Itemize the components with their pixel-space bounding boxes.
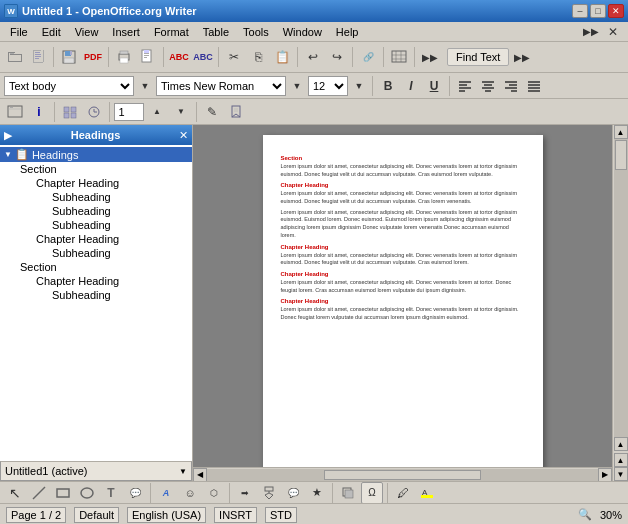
menu-tools[interactable]: Tools	[237, 24, 275, 40]
scroll-down-button[interactable]: ▼	[170, 101, 192, 123]
redo-button[interactable]: ↪	[326, 46, 348, 68]
page-number-input[interactable]	[114, 103, 144, 121]
maximize-button[interactable]: □	[590, 4, 606, 18]
menu-edit[interactable]: Edit	[36, 24, 67, 40]
nav-item-section-2[interactable]: Section	[0, 260, 192, 274]
shadow-button[interactable]	[337, 482, 359, 504]
menu-format[interactable]: Format	[148, 24, 195, 40]
close-menu-button[interactable]: ✕	[602, 21, 624, 43]
autocorrect-button[interactable]: ABC	[192, 46, 214, 68]
char-map-button[interactable]: Ω	[361, 482, 383, 504]
arrow-shapes-button[interactable]: ➡	[234, 482, 256, 504]
stars-button[interactable]: ★	[306, 482, 328, 504]
nav-item-section-1[interactable]: Section	[0, 162, 192, 176]
bold-button[interactable]: B	[378, 76, 398, 96]
menu-table[interactable]: Table	[197, 24, 235, 40]
scroll-thumb[interactable]	[615, 140, 627, 170]
align-center-button[interactable]	[478, 76, 498, 96]
scroll-page-up-btn[interactable]: ▲	[614, 453, 628, 467]
scroll-up-btn[interactable]: ▲	[614, 125, 628, 139]
new-button[interactable]	[27, 46, 49, 68]
scroll-page-down-btn[interactable]: ▼	[614, 467, 628, 481]
size-select[interactable]: 12	[308, 76, 348, 96]
draw-line-button[interactable]	[28, 482, 50, 504]
scroll-up-button[interactable]: ▲	[146, 101, 168, 123]
more-shapes-button[interactable]: ⬡	[203, 482, 225, 504]
toolbar-options-button[interactable]: ▶▶	[580, 21, 602, 43]
menu-view[interactable]: View	[69, 24, 105, 40]
highlight-button[interactable]: 🖊	[392, 482, 414, 504]
nav-item-sub-1[interactable]: Subheading	[0, 190, 192, 204]
toolbar-lock-button[interactable]: ▶▶	[511, 46, 533, 68]
export-pdf-button[interactable]: PDF	[82, 46, 104, 68]
spellcheck-button[interactable]: ABC	[168, 46, 190, 68]
table-button[interactable]	[388, 46, 410, 68]
smiley-button[interactable]: ☺	[179, 482, 201, 504]
fontwork-button[interactable]: A	[155, 482, 177, 504]
h-scroll-track[interactable]	[207, 469, 598, 481]
menu-file[interactable]: File	[4, 24, 34, 40]
callouts-button[interactable]: 💬	[282, 482, 304, 504]
nav-item-sub-5[interactable]: Subheading	[0, 288, 192, 302]
navigator-dropdown[interactable]: Untitled1 (active) ▼	[0, 461, 192, 481]
more-toolbar-button[interactable]: ▶▶	[419, 46, 441, 68]
menu-window[interactable]: Window	[277, 24, 328, 40]
nav-item-headings[interactable]: ▼ 📋 Headings	[0, 147, 192, 162]
info-button[interactable]: i	[28, 101, 50, 123]
insert-status[interactable]: INSRT	[214, 507, 257, 523]
save-button[interactable]	[58, 46, 80, 68]
nav-item-chapter-3[interactable]: Chapter Heading	[0, 274, 192, 288]
nav-item-chapter-2[interactable]: Chapter Heading	[0, 232, 192, 246]
hyperlink-button[interactable]: 🔗	[357, 46, 379, 68]
menu-help[interactable]: Help	[330, 24, 365, 40]
bookmark-button[interactable]	[225, 101, 247, 123]
toggle-btn-1[interactable]	[59, 101, 81, 123]
close-button[interactable]: ✕	[608, 4, 624, 18]
scroll-right-button[interactable]: ▶	[598, 468, 612, 482]
find-text-button[interactable]: Find Text	[447, 48, 509, 66]
nav-item-sub-2[interactable]: Subheading	[0, 204, 192, 218]
align-left-button[interactable]	[455, 76, 475, 96]
copy-button[interactable]: ⎘	[247, 46, 269, 68]
draw-ellipse-button[interactable]	[76, 482, 98, 504]
draw-cursor-button[interactable]: ↖	[4, 482, 26, 504]
font-dropdown-button[interactable]: ▼	[289, 75, 305, 97]
open-button[interactable]	[4, 46, 26, 68]
align-justify-button[interactable]	[524, 76, 544, 96]
font-select[interactable]: Times New Roman	[156, 76, 286, 96]
color-button[interactable]: A	[416, 482, 438, 504]
paste-button[interactable]: 📋	[271, 46, 293, 68]
toggle-btn-2[interactable]	[83, 101, 105, 123]
preview-button[interactable]	[137, 46, 159, 68]
nav-item-sub-4[interactable]: Subheading	[0, 246, 192, 260]
drag-mode-button[interactable]: ✎	[201, 101, 223, 123]
scroll-track[interactable]	[614, 139, 628, 437]
svg-rect-61	[57, 489, 69, 497]
cut-button[interactable]: ✂	[223, 46, 245, 68]
size-dropdown-button[interactable]: ▼	[351, 75, 367, 97]
expand-icon: ▼	[4, 150, 12, 159]
underline-button[interactable]: U	[424, 76, 444, 96]
flowchart-button[interactable]	[258, 482, 280, 504]
nav-item-chapter-1[interactable]: Chapter Heading	[0, 176, 192, 190]
nav-item-sub-3[interactable]: Subheading	[0, 218, 192, 232]
draw-callout-button[interactable]: 💬	[124, 482, 146, 504]
document-page: Section Lorem ipsum dolor sit amet, cons…	[263, 135, 543, 467]
menu-insert[interactable]: Insert	[106, 24, 146, 40]
style-dropdown-button[interactable]: ▼	[137, 75, 153, 97]
navigator-toggle-button[interactable]	[4, 101, 26, 123]
h-scroll-thumb[interactable]	[324, 470, 480, 480]
minimize-button[interactable]: –	[572, 4, 588, 18]
draw-rect-button[interactable]	[52, 482, 74, 504]
print-button[interactable]	[113, 46, 135, 68]
draw-text-button[interactable]: T	[100, 482, 122, 504]
document-area[interactable]: Section Lorem ipsum dolor sit amet, cons…	[193, 125, 612, 467]
scroll-down-btn[interactable]: ▲	[614, 437, 628, 451]
italic-button[interactable]: I	[401, 76, 421, 96]
align-right-button[interactable]	[501, 76, 521, 96]
zoom-out-button[interactable]: 🔍	[574, 504, 596, 525]
style-select[interactable]: Text body	[4, 76, 134, 96]
undo-button[interactable]: ↩	[302, 46, 324, 68]
scroll-left-button[interactable]: ◀	[193, 468, 207, 482]
navigator-close[interactable]: ✕	[179, 129, 188, 142]
